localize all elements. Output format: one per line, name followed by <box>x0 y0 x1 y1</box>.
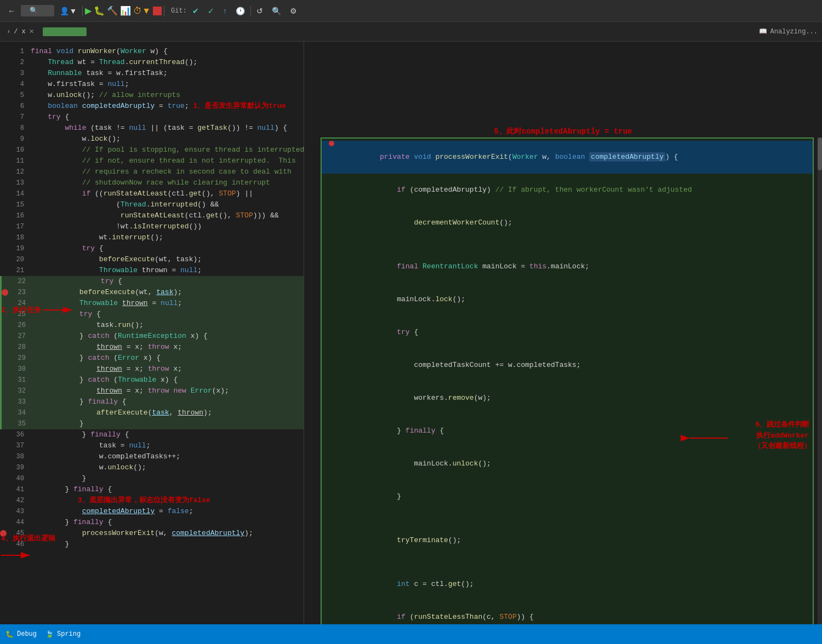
spring-label: Spring <box>57 630 81 638</box>
highlight-section: 22 try { 23 beforeExecute(wt, task); 24 … <box>0 276 304 429</box>
table-row: 39 w.unlock(); <box>0 462 304 473</box>
arrow-add-worker <box>685 433 729 446</box>
list-item: workers.remove(w); <box>322 382 813 415</box>
table-row: 20 beforeExecute(wt, task); <box>0 254 304 265</box>
run-btn[interactable]: ▶ <box>85 5 92 16</box>
breadcrumb-separator: › <box>7 28 10 36</box>
book-icon: 📖 <box>759 27 767 36</box>
table-row: 33 } finally { <box>2 396 304 407</box>
table-row: 34 afterExecute(task, thrown); <box>2 407 304 418</box>
table-row: 16 runStateAtLeast(ctl.get(), STOP))) && <box>0 210 304 221</box>
left-code-area[interactable]: 1 final void runWorker(Worker w) { 2 Thr… <box>0 42 304 624</box>
table-row: 32 thrown = x; throw new Error(x); <box>2 386 304 396</box>
table-row: 29 } catch (Error x) { <box>2 353 304 364</box>
table-row: 21 Throwable thrown = null; <box>0 265 304 276</box>
list-item: mainLock.lock(); <box>322 283 813 316</box>
table-row: 41 } finally { <box>0 484 304 495</box>
table-row: 10 // If pool is stopping, ensure thread… <box>0 145 304 156</box>
table-row: 42 3、底层抛出异常，标志位没有变为false <box>0 495 304 506</box>
scrollbar-track[interactable] <box>818 137 822 624</box>
table-row: 1 final void runWorker(Worker w) { <box>0 46 304 57</box>
close-tab-btn[interactable]: ✕ <box>29 28 34 35</box>
table-row: 2 Thread wt = Thread.currentThread(); <box>0 57 304 68</box>
scrollbar-thumb[interactable] <box>818 137 822 170</box>
table-row: 23 beforeExecute(wt, task); <box>2 287 304 298</box>
debug-btn[interactable]: 🐛 <box>94 5 105 16</box>
git-actions: ✔ ✓ ↑ 🕐 <box>189 4 248 18</box>
list-item: mainLock.unlock(); <box>322 447 813 480</box>
status-spring[interactable]: 🍃 Spring <box>45 630 81 639</box>
table-row: 13 // shutdownNow race while clearing in… <box>0 177 304 188</box>
git-push-btn[interactable]: ✓ <box>204 4 218 18</box>
table-row: 30 thrown = x; throw x; <box>2 364 304 375</box>
search-btn[interactable]: 🔍 <box>269 4 284 18</box>
table-row: 17 !wt.isInterrupted()) <box>0 221 304 232</box>
table-row: 26 task.run(); <box>2 320 304 331</box>
list-item: final ReentrantLock mainLock = this.main… <box>322 250 813 283</box>
list-item: completedTaskCount += w.completedTasks; <box>322 349 813 382</box>
table-row: 22 try { <box>2 276 304 287</box>
table-row: 5 w.unlock(); // allow interrupts <box>0 90 304 101</box>
status-debug[interactable]: 🐛 Debug <box>5 630 37 639</box>
list-item: try { <box>322 316 813 349</box>
list-item: if (completedAbruptly) // If abrupt, the… <box>322 174 813 206</box>
table-row: 14 if ((runStateAtLeast(ctl.get(), STOP)… <box>0 188 304 199</box>
coverage-btn[interactable]: 📊 <box>120 5 131 16</box>
breadcrumb-area: › / x ✕ <box>4 28 36 36</box>
git-pull-btn[interactable]: ↑ <box>220 4 230 18</box>
list-item: decrementWorkerCount(); <box>322 206 813 239</box>
table-row: 8 while (task != null || (task = getTask… <box>0 123 304 134</box>
annotation-execute-task: 2、执行任务 <box>1 304 76 315</box>
list-item: } finally { <box>322 415 813 447</box>
table-row: 28 thrown = x; throw x; <box>2 342 304 353</box>
left-panel: 1 final void runWorker(Worker w) { 2 Thr… <box>0 42 304 624</box>
table-row: 18 wt.interrupt(); <box>0 232 304 243</box>
main-content: 1 final void runWorker(Worker w) { 2 Thr… <box>0 42 822 624</box>
analyzing-text: Analyzing... <box>770 28 818 36</box>
table-row: 40 } <box>0 473 304 484</box>
list-item <box>322 513 813 524</box>
build-btn[interactable]: 🔨 <box>107 5 118 16</box>
table-row: 7 try { <box>0 112 304 123</box>
list-item <box>322 239 813 250</box>
list-item: if (runStateLessThan(c, STOP)) { <box>322 601 813 624</box>
list-item: } <box>322 480 813 513</box>
debug-label: Debug <box>17 630 37 638</box>
table-row: 9 w.lock(); <box>0 134 304 145</box>
list-item <box>322 557 813 568</box>
stop-btn[interactable] <box>153 7 162 15</box>
annotation-skip-condition: 6、跳过条件判断 执行addWorker （又创建新线程） <box>754 419 811 452</box>
profile-btn[interactable]: 👤▼ <box>56 4 80 18</box>
table-row: 37 task = null; <box>0 440 304 451</box>
arrow-process-exit <box>1 550 34 561</box>
table-row: 35 } <box>2 418 304 429</box>
table-row: 19 try { <box>0 243 304 254</box>
annotation-completed-abruptly: 5、此时completedAbruptly = true <box>494 127 632 136</box>
back-btn[interactable]: ← <box>4 4 19 18</box>
profile-run-btn[interactable]: ⏱▼ <box>133 6 151 16</box>
table-row: 3 Runnable task = w.firstTask; <box>0 68 304 79</box>
table-row: 38 w.completedTasks++; <box>0 451 304 462</box>
right-panel: 5、此时completedAbruptly = true private voi… <box>304 42 822 624</box>
list-item: tryTerminate(); <box>322 524 813 557</box>
undo-btn[interactable]: ↺ <box>253 4 266 18</box>
status-bar: 🐛 Debug 🍃 Spring <box>0 624 822 644</box>
file-path: / x <box>14 28 26 36</box>
git-history-btn[interactable]: 🕐 <box>232 4 248 18</box>
main-toolbar: ← 🔍 👤▼ ▶ 🐛 🔨 📊 ⏱▼ Git: ✔ ✓ ↑ 🕐 ↺ 🔍 ⚙ <box>0 0 822 22</box>
table-row: 44 } finally { <box>0 517 304 528</box>
highlight-bar <box>43 27 87 36</box>
table-row: 4 w.firstTask = null; <box>0 79 304 90</box>
table-row: 11 // if not, ensure thread is not inter… <box>0 156 304 166</box>
table-row: 27 } catch (RuntimeException x) { <box>2 331 304 342</box>
annotation-exit-logic: 4、执行退出逻辑 <box>1 533 55 543</box>
tabs-bar: › / x ✕ 📖 Analyzing... <box>0 22 822 42</box>
highlight-box: private void processWorkerExit(Worker w,… <box>321 137 814 624</box>
git-fetch-btn[interactable]: ✔ <box>189 4 202 18</box>
search-bar[interactable]: 🔍 <box>21 5 54 16</box>
settings-btn[interactable]: ⚙ <box>287 4 300 18</box>
list-item: private void processWorkerExit(Worker w,… <box>322 141 813 174</box>
table-row: 6 boolean completedAbruptly = true; 1、是否… <box>0 101 304 112</box>
toolbar-left: ← 🔍 👤▼ ▶ 🐛 🔨 📊 ⏱▼ Git: ✔ ✓ ↑ 🕐 ↺ 🔍 ⚙ <box>4 4 818 18</box>
git-label: Git: <box>171 7 187 15</box>
